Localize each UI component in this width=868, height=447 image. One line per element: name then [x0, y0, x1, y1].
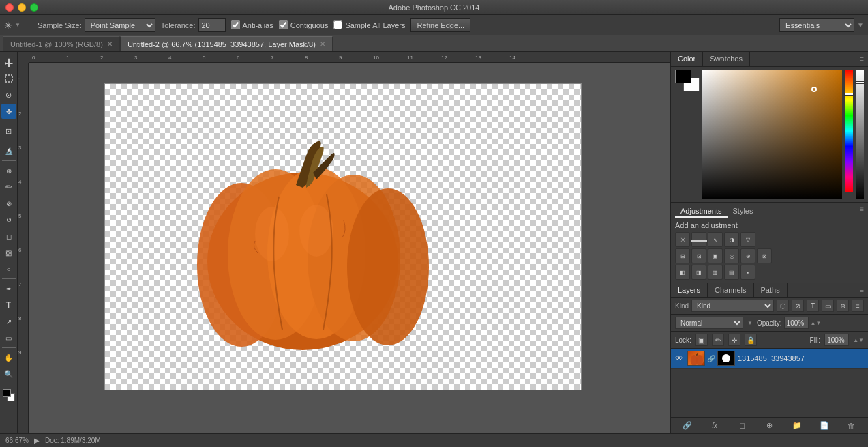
pen-tool[interactable]: ✒ — [1, 281, 16, 296]
sample-size-select[interactable]: Point Sample 3 by 3 Average — [85, 18, 155, 32]
adj-brightness[interactable]: ☀ — [675, 232, 690, 247]
lasso-tool[interactable]: ⊙ — [1, 87, 16, 102]
fill-stepper[interactable]: ▲▼ — [853, 337, 864, 343]
layers-folder-btn[interactable]: 📁 — [790, 420, 804, 432]
adj-levels[interactable]: ▬▬▬ — [691, 232, 706, 247]
opacity-stepper[interactable]: ▲▼ — [811, 320, 822, 326]
lock-transparent-btn[interactable]: ▣ — [695, 334, 708, 346]
contiguous-label: Contiguous — [290, 21, 329, 29]
adj-photo-filter[interactable]: ◎ — [724, 248, 739, 263]
layers-fx-btn[interactable]: fx — [708, 420, 721, 432]
layers-mask-btn[interactable]: ◻ — [735, 420, 749, 432]
quick-select-tool[interactable]: ✤ — [1, 104, 16, 119]
tab-layers[interactable]: Layers — [671, 283, 708, 297]
opacity-area: Opacity: ▲▼ — [757, 317, 822, 329]
shape-tool[interactable]: ▭ — [1, 330, 16, 345]
adj-vibrance[interactable]: ▽ — [740, 232, 755, 247]
workspace-select[interactable]: Essentials Photography — [779, 18, 854, 32]
contiguous-checkbox[interactable] — [279, 20, 288, 29]
healing-tool[interactable]: ⊕ — [1, 163, 16, 178]
adj-gradient-map[interactable]: ▤ — [724, 265, 739, 280]
opacity-input[interactable] — [784, 317, 809, 329]
eraser-tool[interactable]: ◻ — [1, 229, 16, 244]
tab-close-2[interactable]: ✕ — [320, 40, 325, 48]
layers-panel-collapse[interactable]: ≡ — [856, 283, 868, 297]
adj-bw[interactable]: ▣ — [708, 248, 723, 263]
layers-filter-smart[interactable]: ⊛ — [837, 300, 849, 312]
adj-exposure[interactable]: ◑ — [724, 232, 739, 247]
layers-kind-select[interactable]: Kind — [691, 300, 774, 312]
crop-tool[interactable]: ⊡ — [1, 124, 16, 139]
hue-cursor — [844, 93, 854, 96]
tab-styles[interactable]: Styles — [728, 205, 759, 218]
blend-mode-select[interactable]: Normal Multiply Screen — [675, 317, 743, 329]
close-button[interactable] — [5, 3, 14, 12]
color-panel-collapse[interactable]: ≡ — [856, 52, 868, 66]
zoom-arrow[interactable]: ▶ — [34, 437, 40, 444]
maximize-button[interactable] — [30, 3, 38, 12]
tab-untitled2[interactable]: Untitled-2 @ 66.7% (1315485_33943857, La… — [120, 36, 333, 51]
layers-filter-toggle[interactable]: ≡ — [852, 300, 864, 312]
adjustments-panel-collapse[interactable]: ≡ — [860, 205, 864, 218]
fg-color[interactable] — [3, 389, 11, 397]
layers-filter-pixel[interactable]: ⬡ — [777, 300, 789, 312]
clone-tool[interactable]: ⊘ — [1, 196, 16, 211]
tab-untitled1[interactable]: Untitled-1 @ 100% (RGB/8) ✕ — [3, 36, 120, 51]
lock-all-btn[interactable]: 🔒 — [745, 334, 757, 346]
tab-adjustments[interactable]: Adjustments — [675, 205, 728, 218]
magic-wand-icon[interactable]: ✳ — [4, 20, 12, 31]
tab-close-1[interactable]: ✕ — [107, 40, 113, 48]
tab-channels[interactable]: Channels — [708, 283, 753, 297]
adj-color-balance[interactable]: ⊡ — [691, 248, 706, 263]
layers-filter-shape[interactable]: ▭ — [822, 300, 834, 312]
layers-filter-type[interactable]: T — [807, 300, 819, 312]
tab-color[interactable]: Color — [671, 52, 703, 66]
adj-posterize[interactable]: ◨ — [691, 265, 706, 280]
lock-image-btn[interactable]: ✏ — [712, 334, 724, 346]
lock-position-btn[interactable]: ✛ — [728, 334, 740, 346]
tab-swatches[interactable]: Swatches — [703, 52, 750, 66]
adj-channel-mixer[interactable]: ⊛ — [740, 248, 755, 263]
gradient-tool[interactable]: ▨ — [1, 245, 16, 260]
layer-visibility-0[interactable]: 👁 — [674, 353, 685, 364]
adj-color-lookup[interactable]: ⊠ — [757, 248, 772, 263]
layer-item-0[interactable]: 👁 🔗 1315485_33943857 — [671, 349, 868, 369]
anti-alias-checkbox[interactable] — [231, 20, 240, 29]
tabs-bar: Untitled-1 @ 100% (RGB/8) ✕ Untitled-2 @… — [0, 35, 868, 52]
fill-input[interactable] — [824, 334, 849, 346]
zoom-tool[interactable]: 🔍 — [1, 366, 16, 381]
layers-filter-adjust[interactable]: ⊘ — [792, 300, 804, 312]
adj-invert[interactable]: ◧ — [675, 265, 690, 280]
sample-all-layers-checkbox[interactable] — [333, 20, 342, 29]
alpha-slider[interactable] — [856, 70, 864, 199]
foreground-color-swatch[interactable] — [675, 70, 691, 83]
fg-bg-color-swatch[interactable] — [1, 388, 16, 403]
hand-tool[interactable]: ✋ — [1, 350, 16, 365]
layers-adjustment-btn[interactable]: ⊕ — [762, 420, 776, 432]
layers-link-btn[interactable]: 🔗 — [680, 420, 694, 432]
hue-slider[interactable] — [845, 70, 853, 192]
svg-point-8 — [255, 207, 289, 261]
adj-selective-color[interactable]: ▪ — [740, 265, 755, 280]
move-tool[interactable] — [1, 55, 16, 70]
refine-edge-button[interactable]: Refine Edge... — [410, 18, 470, 32]
adj-threshold[interactable]: ▥ — [708, 265, 723, 280]
minimize-button[interactable] — [18, 3, 26, 12]
gradient-inner — [702, 70, 842, 199]
dodge-tool[interactable]: ○ — [1, 261, 16, 276]
eyedropper-tool[interactable]: 🔬 — [1, 143, 16, 158]
tab-paths[interactable]: Paths — [754, 283, 788, 297]
fg-bg-swatch[interactable] — [675, 70, 700, 91]
brush-tool[interactable]: ✏ — [1, 179, 16, 194]
text-tool[interactable]: T — [1, 298, 16, 313]
gradient-cursor — [811, 87, 817, 92]
path-select-tool[interactable]: ↗ — [1, 314, 16, 329]
tolerance-input[interactable] — [198, 18, 226, 32]
adj-curves[interactable]: ∿ — [708, 232, 723, 247]
history-brush-tool[interactable]: ↺ — [1, 212, 16, 227]
marquee-tool[interactable] — [1, 71, 16, 86]
color-gradient-picker[interactable] — [702, 70, 842, 199]
adj-hsl[interactable]: ⊞ — [675, 248, 690, 263]
layers-new-btn[interactable]: 📄 — [818, 420, 831, 432]
layers-trash-btn[interactable]: 🗑 — [845, 420, 858, 432]
